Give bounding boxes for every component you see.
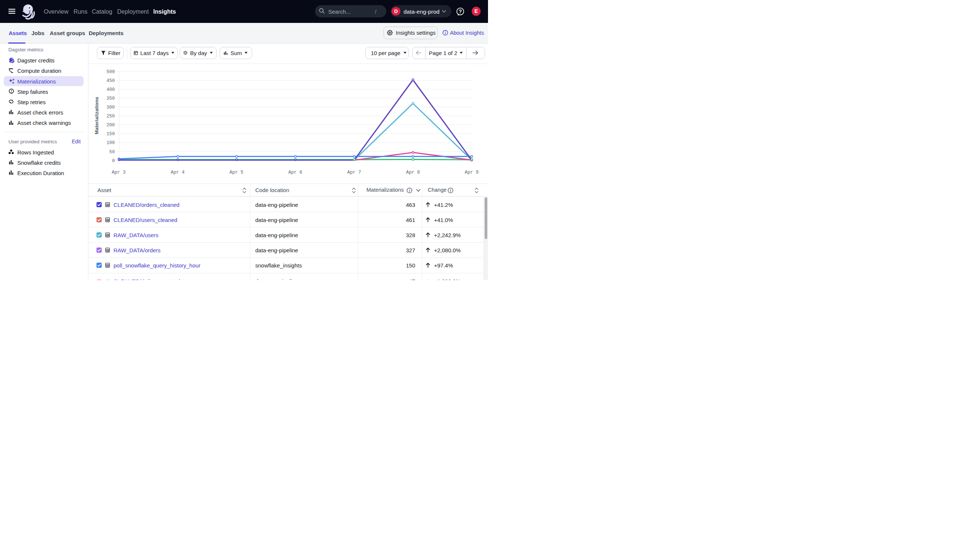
svg-text:500: 500	[107, 70, 115, 75]
svg-text:Apr 9: Apr 9	[465, 170, 479, 175]
svg-text:Materializations: Materializations	[94, 97, 99, 134]
svg-text:350: 350	[107, 96, 115, 101]
svg-text:Apr 5: Apr 5	[230, 170, 244, 175]
svg-text:Apr 6: Apr 6	[288, 170, 302, 175]
svg-text:Apr 7: Apr 7	[347, 170, 361, 175]
svg-text:300: 300	[107, 105, 115, 110]
svg-text:250: 250	[107, 114, 115, 119]
svg-text:450: 450	[107, 78, 115, 83]
svg-text:100: 100	[107, 140, 115, 145]
svg-text:50: 50	[109, 150, 115, 155]
svg-text:Apr 3: Apr 3	[112, 170, 126, 175]
svg-text:200: 200	[107, 123, 115, 128]
svg-text:400: 400	[107, 87, 115, 92]
svg-text:Apr 8: Apr 8	[406, 170, 420, 175]
svg-text:Apr 4: Apr 4	[171, 170, 185, 175]
svg-text:0: 0	[112, 158, 115, 163]
svg-text:150: 150	[107, 132, 115, 137]
